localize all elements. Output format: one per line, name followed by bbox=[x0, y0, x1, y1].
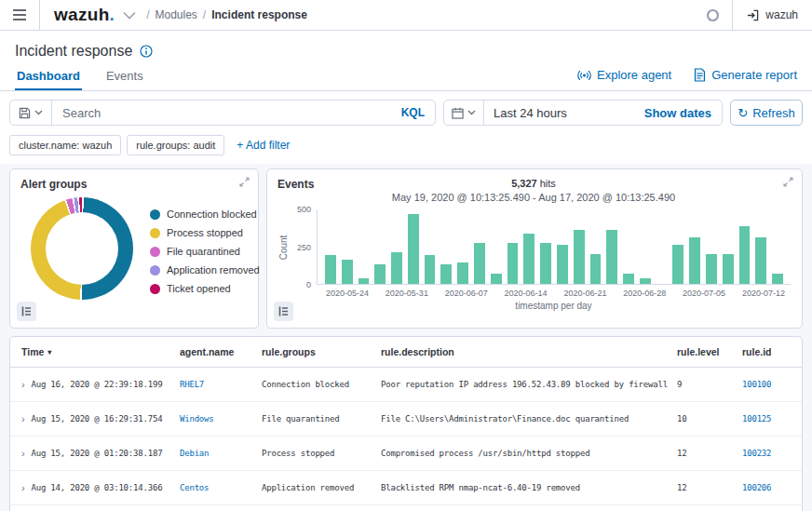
bar[interactable] bbox=[739, 226, 751, 284]
agent-link[interactable]: Debian bbox=[180, 449, 209, 458]
tab-dashboard[interactable]: Dashboard bbox=[15, 63, 82, 90]
legend-item[interactable]: Ticket opened bbox=[150, 283, 260, 294]
rule-id-link[interactable]: 100232 bbox=[742, 449, 771, 458]
bar[interactable] bbox=[359, 278, 370, 284]
row-expand-icon[interactable]: › bbox=[21, 413, 24, 424]
bar[interactable] bbox=[623, 274, 634, 284]
saved-query-menu-button[interactable] bbox=[10, 101, 52, 125]
filter-bar: cluster.name: wazuhrule.groups: audit + … bbox=[0, 130, 812, 164]
filter-pill[interactable]: rule.groups: audit bbox=[127, 135, 224, 155]
cell-rule-level: 12 bbox=[677, 449, 742, 458]
bar[interactable] bbox=[723, 254, 734, 284]
bar[interactable] bbox=[574, 230, 585, 284]
date-quick-menu-button[interactable] bbox=[444, 101, 484, 125]
column-header-id[interactable]: rule.id bbox=[742, 346, 791, 357]
hamburger-menu-icon[interactable] bbox=[0, 0, 39, 30]
cell-agent-name: Debian bbox=[180, 449, 262, 458]
bar[interactable] bbox=[706, 254, 717, 284]
generate-report-button[interactable]: Generate report bbox=[694, 68, 797, 82]
cell-rule-level: 10 bbox=[677, 414, 742, 424]
chevron-down-icon bbox=[34, 110, 43, 115]
page-title: Incident response bbox=[15, 43, 132, 60]
legend-item[interactable]: Connection blocked bbox=[150, 208, 260, 220]
rule-id-link[interactable]: 100125 bbox=[742, 414, 771, 424]
cell-rule-description: Blacklisted RPM nmap-ncat-6.40-19 remove… bbox=[381, 483, 677, 492]
breadcrumb: / Modules / Incident response bbox=[144, 8, 307, 21]
rule-id-link[interactable]: 100206 bbox=[742, 483, 771, 492]
kql-toggle[interactable]: KQL bbox=[391, 106, 435, 119]
cell-time: ›Aug 14, 2020 @ 03:10:14.366 bbox=[21, 482, 180, 493]
bar[interactable] bbox=[325, 255, 336, 284]
bar[interactable] bbox=[391, 252, 402, 284]
bar[interactable] bbox=[474, 243, 485, 284]
y-tick-label: 0 bbox=[306, 280, 311, 289]
user-menu[interactable]: wazuh bbox=[733, 0, 812, 30]
bar[interactable] bbox=[590, 254, 602, 284]
health-ring-icon[interactable] bbox=[694, 0, 732, 30]
bar[interactable] bbox=[689, 237, 700, 284]
x-tick-label: 2020-06-07 bbox=[445, 289, 488, 298]
chevron-down-icon[interactable] bbox=[123, 11, 136, 20]
row-expand-icon[interactable]: › bbox=[21, 482, 24, 493]
bar[interactable] bbox=[557, 245, 568, 284]
panel-title: Alert groups bbox=[20, 178, 87, 191]
legend-item[interactable]: Application removed bbox=[150, 264, 260, 276]
column-header-groups[interactable]: rule.groups bbox=[262, 346, 381, 357]
filter-pill[interactable]: cluster.name: wazuh bbox=[9, 135, 121, 155]
date-picker: Last 24 hours Show dates bbox=[443, 100, 723, 126]
y-axis: 0250500 bbox=[289, 209, 317, 285]
column-header-agent[interactable]: agent.name bbox=[180, 346, 262, 357]
cell-agent-name: Centos bbox=[180, 483, 262, 492]
bar[interactable] bbox=[640, 278, 651, 284]
bar[interactable] bbox=[440, 264, 452, 284]
tab-events[interactable]: Events bbox=[104, 63, 145, 90]
agent-link[interactable]: Windows bbox=[180, 414, 214, 424]
row-expand-icon[interactable]: › bbox=[21, 379, 24, 390]
bar[interactable] bbox=[491, 274, 502, 284]
bar[interactable] bbox=[606, 230, 617, 284]
time-window-label: May 19, 2020 @ 10:13:25.490 - Aug 17, 20… bbox=[277, 192, 791, 203]
save-icon bbox=[19, 107, 31, 119]
bar[interactable] bbox=[672, 245, 683, 284]
breadcrumb-modules[interactable]: Modules bbox=[156, 8, 197, 21]
time-range-value[interactable]: Last 24 hours bbox=[484, 106, 634, 120]
row-expand-icon[interactable]: › bbox=[21, 448, 24, 459]
bar[interactable] bbox=[755, 237, 766, 284]
column-header-level[interactable]: rule.level bbox=[677, 346, 742, 357]
chart-legend: Connection blockedProcess stoppedFile qu… bbox=[150, 208, 260, 300]
x-tick-label: 2020-06-14 bbox=[505, 289, 548, 298]
legend-item[interactable]: Process stopped bbox=[150, 227, 260, 238]
explore-agent-button[interactable]: Explore agent bbox=[577, 68, 671, 82]
agent-link[interactable]: Centos bbox=[180, 483, 209, 492]
time-value: Aug 15, 2020 @ 01:20:38.187 bbox=[31, 449, 162, 458]
cell-rule-groups: Application removed bbox=[262, 483, 381, 492]
bar[interactable] bbox=[374, 264, 386, 284]
column-header-time[interactable]: Time▾ bbox=[21, 346, 180, 357]
search-input[interactable] bbox=[52, 106, 391, 120]
bar[interactable] bbox=[425, 255, 436, 284]
add-filter-button[interactable]: + Add filter bbox=[237, 139, 290, 152]
bar[interactable] bbox=[342, 260, 353, 284]
bar[interactable] bbox=[508, 243, 519, 284]
wazuh-logo[interactable]: wazuh. bbox=[54, 5, 115, 25]
alert-groups-donut-chart[interactable] bbox=[31, 197, 133, 300]
bar[interactable] bbox=[540, 243, 551, 284]
refresh-button[interactable]: ↻ Refresh bbox=[730, 100, 803, 126]
bar[interactable] bbox=[457, 262, 468, 284]
column-header-desc[interactable]: rule.description bbox=[381, 346, 677, 357]
cell-rule-groups: Process stopped bbox=[262, 449, 381, 458]
sort-descending-icon: ▾ bbox=[47, 348, 51, 356]
table-body: ›Aug 16, 2020 @ 22:39:18.199RHEL7Connect… bbox=[10, 368, 802, 505]
bar[interactable] bbox=[408, 214, 419, 284]
agent-link[interactable]: RHEL7 bbox=[180, 380, 204, 389]
bar[interactable] bbox=[523, 234, 535, 284]
bar[interactable] bbox=[772, 274, 783, 284]
inspect-data-button[interactable] bbox=[17, 302, 36, 321]
inspect-data-button[interactable] bbox=[274, 302, 293, 321]
info-icon[interactable] bbox=[140, 45, 153, 58]
rule-id-link[interactable]: 100100 bbox=[742, 380, 771, 389]
expand-icon[interactable] bbox=[239, 177, 250, 187]
expand-icon[interactable] bbox=[783, 177, 793, 187]
show-dates-button[interactable]: Show dates bbox=[634, 106, 722, 120]
legend-item[interactable]: File quarantined bbox=[150, 246, 260, 257]
